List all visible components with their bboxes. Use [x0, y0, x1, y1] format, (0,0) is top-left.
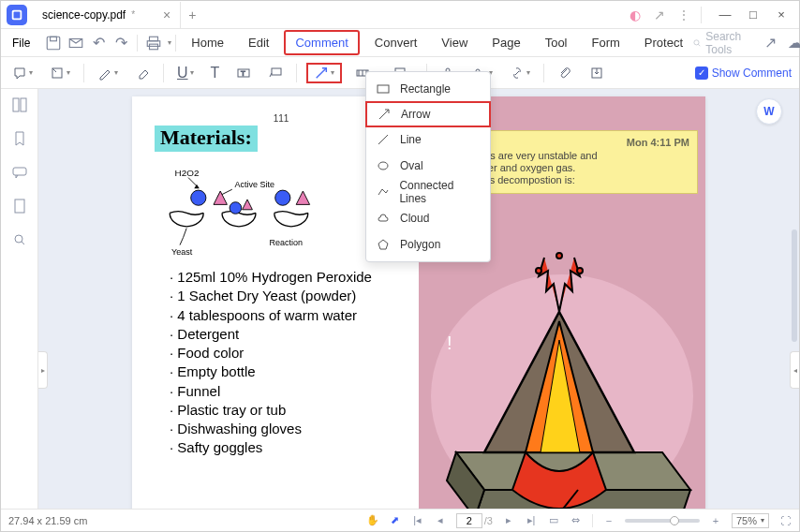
shape-tool[interactable]: ▾ — [306, 63, 342, 83]
rectangle-icon — [376, 81, 391, 96]
link-tool[interactable]: ▾ — [506, 63, 534, 83]
hand-tool-icon[interactable]: ✋ — [366, 514, 379, 527]
document-tab[interactable]: science-copy.pdf * × — [33, 2, 181, 28]
svg-point-41 — [378, 162, 388, 170]
arrow-icon — [377, 107, 392, 122]
minimize-button[interactable]: — — [711, 1, 739, 29]
tab-view[interactable]: View — [432, 32, 477, 53]
materials-list: 125ml 10% Hydrogen Peroxide 1 Sachet Dry… — [155, 268, 407, 458]
text-tool[interactable]: T — [207, 63, 224, 83]
svg-point-38 — [556, 253, 562, 259]
tab-protect[interactable]: Protect — [635, 32, 692, 53]
search-tools-input[interactable]: Search Tools — [692, 30, 753, 56]
svg-rect-12 — [272, 68, 281, 75]
close-button[interactable]: × — [767, 1, 795, 29]
page-input[interactable] — [456, 513, 482, 528]
eraser-tool[interactable] — [131, 63, 154, 83]
svg-rect-19 — [21, 98, 26, 111]
svg-rect-20 — [13, 168, 26, 175]
attachments-panel-icon[interactable] — [11, 198, 28, 218]
tab-tool[interactable]: Tool — [536, 32, 577, 53]
svg-rect-40 — [378, 85, 389, 93]
titlebar: science-copy.pdf * × + ◐ ↗ ⋮ — □ × — [1, 1, 799, 29]
tab-page[interactable]: Page — [482, 32, 529, 53]
scrollbar[interactable] — [792, 229, 797, 342]
shape-dropdown: Rectangle Arrow Line Oval Connected Line… — [365, 71, 491, 262]
undo-icon[interactable]: ↶ — [90, 35, 107, 52]
last-page-icon[interactable]: ▸| — [525, 514, 538, 527]
zoom-slider[interactable] — [625, 519, 700, 523]
statusbar: 27.94 x 21.59 cm ✋ ⬈ |◂ ◂ /3 ▸ ▸| ▭ ⇔ − … — [1, 509, 799, 531]
attachment-tool[interactable] — [554, 63, 576, 83]
mail-icon[interactable] — [67, 35, 84, 52]
svg-text:!: ! — [447, 332, 452, 353]
svg-rect-2 — [48, 37, 61, 50]
dropdown-cloud[interactable]: Cloud — [366, 205, 490, 231]
svg-rect-5 — [150, 37, 158, 41]
search-panel-icon[interactable] — [11, 231, 28, 252]
highlight-tool[interactable]: ▾ — [46, 63, 74, 83]
maximize-button[interactable]: □ — [739, 1, 767, 29]
tab-convert[interactable]: Convert — [365, 32, 427, 53]
print-icon[interactable] — [145, 35, 162, 52]
page-indicator[interactable]: /3 — [456, 513, 493, 528]
zoom-in-icon[interactable]: + — [709, 514, 722, 527]
materials-heading: Materials: — [155, 126, 258, 152]
tab-title: science-copy.pdf — [42, 8, 126, 22]
svg-point-27 — [275, 190, 290, 205]
tab-form[interactable]: Form — [583, 32, 630, 53]
dropdown-oval[interactable]: Oval — [366, 153, 490, 179]
convert-to-word-button[interactable]: W — [756, 98, 782, 125]
bookmarks-icon[interactable] — [11, 130, 28, 151]
show-comment-toggle[interactable]: ✓ Show Comment — [695, 66, 792, 80]
svg-point-25 — [230, 202, 242, 214]
tab-home[interactable]: Home — [182, 32, 233, 53]
cloud-icon[interactable]: ☁ — [788, 35, 800, 52]
svg-marker-42 — [378, 240, 388, 249]
label-reaction: Reaction — [269, 238, 303, 247]
dropdown-rectangle[interactable]: Rectangle — [366, 76, 490, 102]
fit-page-icon[interactable]: ▭ — [547, 514, 560, 527]
svg-point-23 — [191, 190, 206, 205]
textbox-tool[interactable]: T — [232, 63, 255, 83]
file-menu[interactable]: File — [5, 37, 37, 50]
expand-right-panel[interactable]: ◂ — [790, 351, 799, 389]
svg-rect-3 — [51, 37, 57, 41]
svg-point-36 — [536, 268, 541, 273]
underline-tool[interactable]: U▾ — [173, 63, 198, 83]
save-icon[interactable] — [45, 35, 62, 52]
cloud-sync-icon[interactable]: ◐ — [628, 7, 643, 22]
left-sidebar — [1, 89, 38, 509]
app-icon — [7, 5, 27, 25]
pencil-tool[interactable]: ▾ — [94, 63, 122, 83]
tab-comment[interactable]: Comment — [284, 30, 359, 55]
zoom-out-icon[interactable]: − — [602, 514, 615, 527]
dropdown-arrow[interactable]: Arrow — [365, 101, 491, 127]
share-icon[interactable]: ↗ — [652, 7, 667, 22]
note-tool[interactable]: ▾ — [8, 63, 37, 83]
thumbnails-icon[interactable] — [11, 96, 28, 117]
page-dimensions: 27.94 x 21.59 cm — [8, 515, 87, 526]
fullscreen-icon[interactable]: ⛶ — [778, 514, 792, 527]
label-yeast: Yeast — [171, 247, 193, 257]
zoom-value[interactable]: 75%▾ — [732, 513, 769, 528]
export-comments[interactable] — [585, 63, 608, 83]
dropdown-line[interactable]: Line — [366, 126, 490, 153]
tab-edit[interactable]: Edit — [239, 32, 278, 53]
next-page-icon[interactable]: ▸ — [502, 514, 515, 527]
more-icon[interactable]: ⋮ — [676, 7, 691, 22]
close-tab-icon[interactable]: × — [163, 7, 170, 22]
comments-panel-icon[interactable] — [11, 164, 28, 185]
first-page-icon[interactable]: |◂ — [411, 514, 424, 527]
dropdown-polygon[interactable]: Polygon — [366, 231, 490, 258]
fit-width-icon[interactable]: ⇔ — [570, 514, 583, 527]
redo-icon[interactable]: ↷ — [112, 35, 129, 52]
label-active-site: Active Site — [235, 180, 275, 189]
open-external-icon[interactable]: ↗ — [764, 35, 777, 52]
select-tool-icon[interactable]: ⬈ — [389, 514, 402, 527]
dropdown-connected-lines[interactable]: Connected Lines — [366, 179, 490, 205]
prev-page-icon[interactable]: ◂ — [434, 514, 447, 527]
svg-point-37 — [577, 268, 583, 273]
add-tab-button[interactable]: + — [188, 7, 196, 22]
callout-tool[interactable] — [264, 63, 287, 83]
